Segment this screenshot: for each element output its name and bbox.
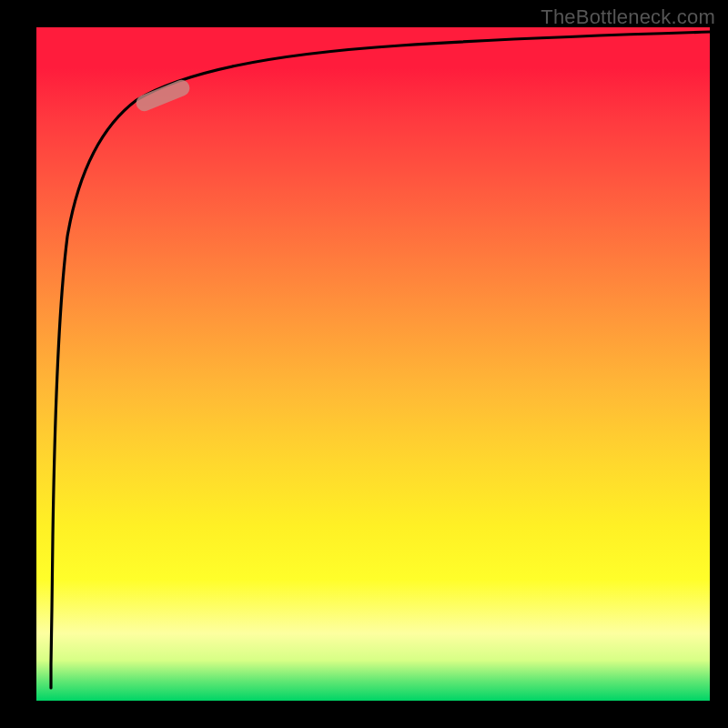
chart-frame: TheBottleneck.com [0,0,728,728]
bottleneck-curve [51,32,710,688]
curve-highlight-segment [134,77,192,114]
watermark-text: TheBottleneck.com [541,5,715,29]
chart-overlay [36,27,710,701]
